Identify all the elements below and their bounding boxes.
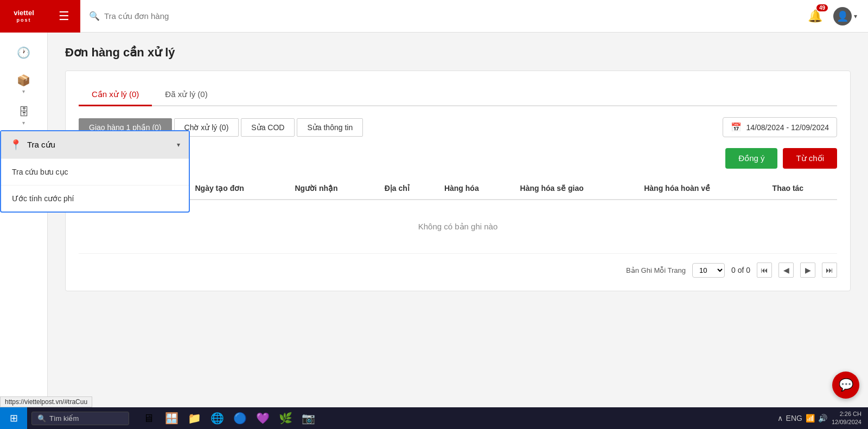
date-range-label: 14/08/2024 - 12/09/2024 xyxy=(746,123,829,132)
tab-sua-cod[interactable]: Sửa COD xyxy=(241,118,295,137)
chat-icon: 💬 xyxy=(839,378,853,392)
col-ngay-tao-don: Ngày tạo đơn xyxy=(190,177,290,200)
tray-up-icon: ∧ xyxy=(777,414,783,422)
col-hang-hoa-se-giao: Hàng hóa sẽ giao xyxy=(515,177,639,200)
taskbar: ⊞ 🔍 Tìm kiếm 🖥 🪟 📁 🌐 🔵 💜 🌿 📷 xyxy=(0,407,868,429)
main-content: Đơn hàng cần xử lý Cần xử lý (0) Đã xử l… xyxy=(48,33,868,407)
taskbar-app-extra3[interactable]: 📷 xyxy=(297,407,319,429)
topbar-right: 🔔 49 👤 ▾ xyxy=(805,7,868,26)
col-hang-hoa: Hàng hóa xyxy=(439,177,515,200)
taskbar-app-extra2[interactable]: 🌿 xyxy=(275,407,296,429)
search-bar: 🔍 xyxy=(80,11,805,21)
sidebar-item-dashboard[interactable]: 🕐 xyxy=(7,38,41,67)
package-caret-icon: ▾ xyxy=(22,88,25,94)
avatar-button[interactable]: 👤 ▾ xyxy=(833,7,857,25)
calendar-icon: 📅 xyxy=(731,122,742,132)
clock-time: 2:26 CH xyxy=(832,410,861,418)
page-size-select[interactable]: 10 20 50 100 xyxy=(692,263,725,278)
taskbar-right: ∧ ENG 📶 🔊 2:26 CH 12/09/2024 xyxy=(777,410,868,427)
taskbar-app-store[interactable]: 🪟 xyxy=(161,407,182,429)
notification-badge: 49 xyxy=(816,4,828,11)
data-table-wrap: Mã vận đơn Ngày tạo đơn Người nhận Địa c… xyxy=(79,177,837,254)
last-icon: ⏭ xyxy=(826,266,833,274)
col-dia-chi: Địa chỉ xyxy=(379,177,439,200)
sidebar-item-storage[interactable]: 🗄 ▾ xyxy=(7,101,41,130)
dropdown-header[interactable]: 📍 Tra cứu ▾ xyxy=(1,131,189,158)
notification-button[interactable]: 🔔 49 xyxy=(805,7,825,26)
tray-volume-icon: 🔊 xyxy=(818,414,827,422)
prev-icon: ◀ xyxy=(783,266,789,274)
edge-icon: 🔵 xyxy=(233,412,247,425)
search-icon: 🔍 xyxy=(89,11,100,21)
date-picker-button[interactable]: 📅 14/08/2024 - 12/09/2024 xyxy=(723,117,837,137)
tab-can-xu-ly[interactable]: Cần xử lý (0) xyxy=(79,84,152,106)
dropdown-item-tra-cuu-buu-cuc[interactable]: Tra cứu bưu cục xyxy=(1,158,189,185)
tab-sua-thong-tin[interactable]: Sửa thông tin xyxy=(297,118,363,137)
topbar: viettel post ☰ 🔍 🔔 49 👤 ▾ xyxy=(0,0,868,33)
package-icon: 📦 xyxy=(17,74,30,87)
dropdown-header-icon: 📍 xyxy=(10,139,22,151)
logo-text: viettel post xyxy=(14,9,34,23)
col-nguoi-nhan: Người nhận xyxy=(289,177,379,200)
taskbar-app-chrome[interactable]: 🌐 xyxy=(206,407,228,429)
data-table: Mã vận đơn Ngày tạo đơn Người nhận Địa c… xyxy=(79,177,837,254)
pagination-row: Bản Ghi Mỗi Trang 10 20 50 100 0 of 0 ⏮ … xyxy=(79,254,837,278)
taskbar-app-task-view[interactable]: 🖥 xyxy=(138,407,159,429)
pagination-next-button[interactable]: ▶ xyxy=(800,262,815,278)
taskbar-app-extra1[interactable]: 💜 xyxy=(252,407,273,429)
windows-icon: ⊞ xyxy=(10,412,18,424)
pagination-last-button[interactable]: ⏭ xyxy=(822,262,837,278)
taskbar-app-edge[interactable]: 🔵 xyxy=(229,407,251,429)
clock-icon: 🕐 xyxy=(17,46,30,59)
tabs-l1: Cần xử lý (0) Đã xử lý (0) xyxy=(79,84,837,106)
avatar-icon: 👤 xyxy=(837,10,848,22)
dropdown-header-text: Tra cứu xyxy=(27,140,171,150)
pagination-first-button[interactable]: ⏮ xyxy=(757,262,772,278)
avatar: 👤 xyxy=(833,7,852,25)
chat-widget[interactable]: 💬 xyxy=(832,372,859,399)
extra2-icon: 🌿 xyxy=(279,412,292,425)
table-empty-row: Không có bản ghi nào xyxy=(79,200,837,254)
taskbar-app-files[interactable]: 📁 xyxy=(183,407,205,429)
first-icon: ⏮ xyxy=(761,266,768,274)
taskbar-search-icon: 🔍 xyxy=(37,414,46,422)
extra1-icon: 💜 xyxy=(256,412,270,425)
next-icon: ▶ xyxy=(805,266,811,274)
clock-date: 12/09/2024 xyxy=(832,418,861,426)
tabs-l2-row: Giao hàng 1 phần (0) Chờ xử lý (0) Sửa C… xyxy=(79,117,837,137)
reject-button[interactable]: Từ chối xyxy=(783,148,837,169)
tray-lang: ENG xyxy=(786,414,802,422)
search-input[interactable] xyxy=(104,11,796,21)
sidebar: 🕐 📦 ▾ 🗄 ▾ 📍 ▾ ⊞ ▾ ⚙ xyxy=(0,33,48,429)
storage-icon: 🗄 xyxy=(18,106,29,118)
hamburger-icon: ☰ xyxy=(59,9,69,23)
pagination-prev-button[interactable]: ◀ xyxy=(778,262,794,278)
taskbar-search-label: Tìm kiếm xyxy=(49,414,79,422)
dropdown-item-uoc-tinh-cuoc-phi[interactable]: Ước tính cước phí xyxy=(1,185,189,212)
tab-da-xu-ly[interactable]: Đã xử lý (0) xyxy=(152,84,220,106)
task-view-icon: 🖥 xyxy=(143,412,154,425)
menu-button[interactable]: ☰ xyxy=(48,0,80,33)
table-header-row: Mã vận đơn Ngày tạo đơn Người nhận Địa c… xyxy=(79,177,837,200)
start-button[interactable]: ⊞ xyxy=(0,407,27,429)
page-title: Đơn hàng cần xử lý xyxy=(65,46,851,60)
chrome-icon: 🌐 xyxy=(210,412,224,425)
page-size-label: Bản Ghi Mỗi Trang xyxy=(626,266,686,274)
accept-button[interactable]: Đồng ý xyxy=(725,148,777,169)
page-count: 0 of 0 xyxy=(731,266,750,274)
tray-network-icon: 📶 xyxy=(806,414,815,422)
col-thao-tac: Thao tác xyxy=(767,177,837,200)
files-icon: 📁 xyxy=(188,412,201,425)
sidebar-item-package[interactable]: 📦 ▾ xyxy=(7,69,41,99)
tray-icons: ∧ ENG 📶 🔊 xyxy=(777,414,827,422)
taskbar-apps: 🖥 🪟 📁 🌐 🔵 💜 🌿 📷 xyxy=(133,407,323,429)
taskbar-search[interactable]: 🔍 Tìm kiếm xyxy=(31,412,129,425)
empty-message: Không có bản ghi nào xyxy=(79,200,837,254)
app-logo: viettel post xyxy=(0,0,48,33)
avatar-caret-icon: ▾ xyxy=(854,12,857,20)
store-icon: 🪟 xyxy=(165,412,178,425)
location-dropdown-menu: 📍 Tra cứu ▾ Tra cứu bưu cục Ước tính cướ… xyxy=(0,130,190,213)
dropdown-arrow-icon: ▾ xyxy=(177,141,180,149)
col-hang-hoa-hoan-ve: Hàng hóa hoàn về xyxy=(639,177,767,200)
storage-caret-icon: ▾ xyxy=(22,120,25,126)
